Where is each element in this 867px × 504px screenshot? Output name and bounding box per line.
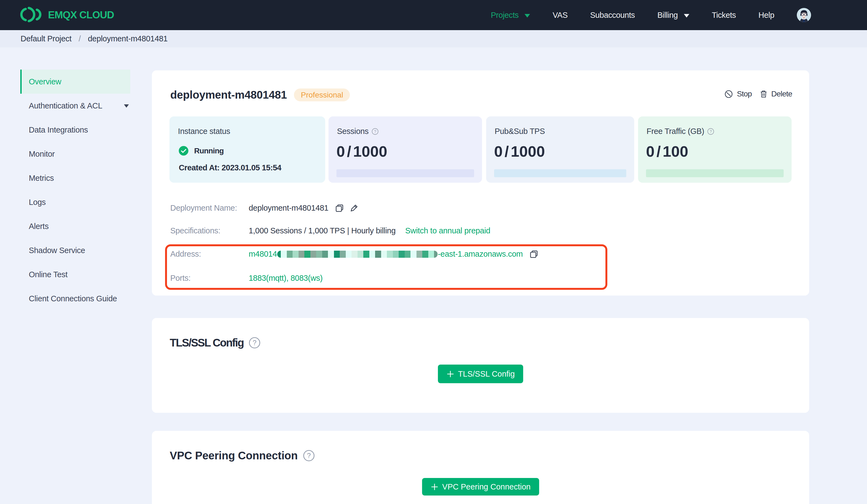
- svg-text:?: ?: [307, 452, 311, 459]
- svg-text:?: ?: [374, 129, 376, 134]
- svg-text:?: ?: [253, 339, 257, 347]
- svg-text:?: ?: [710, 129, 712, 134]
